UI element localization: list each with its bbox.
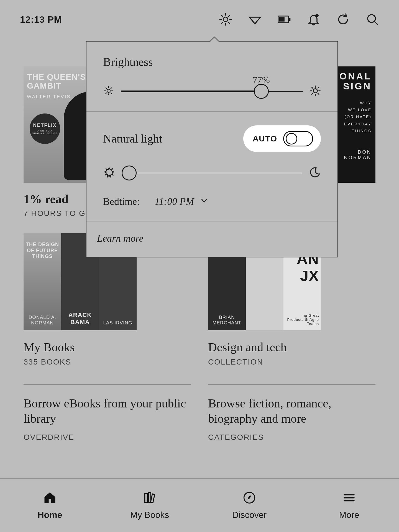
brightness-low-icon [103, 85, 114, 97]
nav-label: My Books [130, 510, 169, 520]
svg-point-0 [223, 17, 228, 22]
svg-rect-11 [279, 17, 285, 21]
popup-arrow [209, 37, 219, 42]
svg-line-39 [312, 93, 313, 94]
moon-icon [309, 166, 321, 180]
svg-point-23 [107, 89, 110, 92]
nav-home[interactable]: Home [0, 479, 100, 532]
shelf-subtitle: COLLECTION [208, 358, 375, 366]
brightness-icon[interactable] [219, 13, 232, 26]
link-overdrive[interactable]: Borrow eBooks from your public library O… [24, 384, 191, 442]
svg-line-5 [221, 15, 222, 16]
svg-line-29 [111, 93, 112, 94]
chevron-down-icon [200, 196, 208, 207]
link-title: Browse fiction, romance, biography and m… [208, 396, 375, 426]
compass-icon [242, 490, 257, 506]
svg-line-8 [229, 15, 230, 16]
toggle-switch[interactable] [283, 131, 313, 146]
search-icon[interactable] [366, 13, 379, 26]
auto-label: AUTO [253, 134, 277, 143]
sync-icon[interactable] [336, 13, 350, 26]
nav-my-books[interactable]: My Books [100, 479, 200, 532]
natural-light-slider[interactable] [122, 173, 302, 173]
nav-label: Discover [232, 510, 267, 520]
svg-marker-19 [248, 495, 251, 499]
toggle-knob [286, 133, 297, 144]
svg-point-12 [315, 14, 319, 17]
home-icon [43, 490, 57, 506]
svg-line-38 [318, 93, 319, 94]
link-categories[interactable]: Browse fiction, romance, biography and m… [208, 384, 375, 442]
status-icons [219, 13, 379, 26]
nav-label: Home [38, 510, 62, 520]
bedtime-value: 11:00 PM [155, 196, 194, 207]
natural-light-auto-toggle[interactable]: AUTO [243, 125, 321, 152]
notifications-icon[interactable] [307, 13, 320, 26]
shelf-title: My Books [24, 340, 191, 354]
brightness-popup: Brightness 77% [86, 41, 338, 257]
book-cover[interactable]: THE DESIGN OF FUTURE THINGS DONALD A. NO… [24, 233, 61, 330]
link-subtitle: CATEGORIES [208, 433, 375, 442]
svg-line-14 [375, 22, 378, 25]
netflix-badge: NETFLIX A NETFLIX ORIGINAL SERIES [30, 113, 60, 144]
battery-icon[interactable] [278, 13, 291, 26]
book-cover-emotional-design[interactable]: ONAL SIGN WHY WE LOVE (OR HATE) EVERYDAY… [337, 66, 375, 183]
shelf-subtitle: 335 BOOKS [24, 358, 191, 366]
natural-light-section: Natural light AUTO [86, 112, 337, 221]
svg-line-30 [106, 93, 106, 94]
nav-discover[interactable]: Discover [200, 479, 299, 532]
svg-line-7 [221, 22, 222, 24]
svg-rect-10 [289, 18, 290, 21]
brightness-slider[interactable]: 77% [121, 91, 303, 92]
learn-more-link[interactable]: Learn more [86, 221, 337, 257]
learn-more-label: Learn more [97, 233, 144, 244]
brightness-high-icon [310, 85, 321, 97]
natural-light-heading: Natural light [103, 132, 162, 145]
bedtime-dropdown[interactable]: 11:00 PM [155, 196, 208, 207]
shelf-title: Design and tech [208, 340, 375, 354]
brightness-slider-thumb[interactable] [254, 84, 269, 99]
brightness-section: Brightness 77% [86, 42, 337, 111]
status-bar: 12:13 PM [0, 0, 399, 39]
svg-point-13 [368, 15, 375, 22]
sun-outline-icon [103, 166, 115, 180]
svg-point-32 [313, 89, 318, 93]
bottom-nav: Home My Books Discover More [0, 478, 399, 532]
brightness-heading: Brightness [103, 55, 321, 69]
svg-line-37 [312, 87, 313, 88]
svg-line-6 [229, 22, 230, 24]
nav-more[interactable]: More [299, 479, 399, 532]
link-subtitle: OVERDRIVE [24, 433, 191, 442]
svg-line-28 [106, 88, 106, 89]
books-icon [142, 490, 157, 506]
wifi-icon[interactable] [248, 13, 262, 26]
clock: 12:13 PM [20, 14, 62, 25]
natural-light-slider-thumb[interactable] [122, 166, 137, 180]
nav-label: More [339, 510, 359, 520]
svg-rect-15 [145, 494, 147, 503]
svg-line-31 [111, 88, 112, 89]
menu-icon [342, 490, 356, 506]
svg-line-40 [318, 87, 319, 88]
bedtime-label: Bedtime: [103, 196, 140, 207]
link-title: Borrow eBooks from your public library [24, 396, 191, 426]
